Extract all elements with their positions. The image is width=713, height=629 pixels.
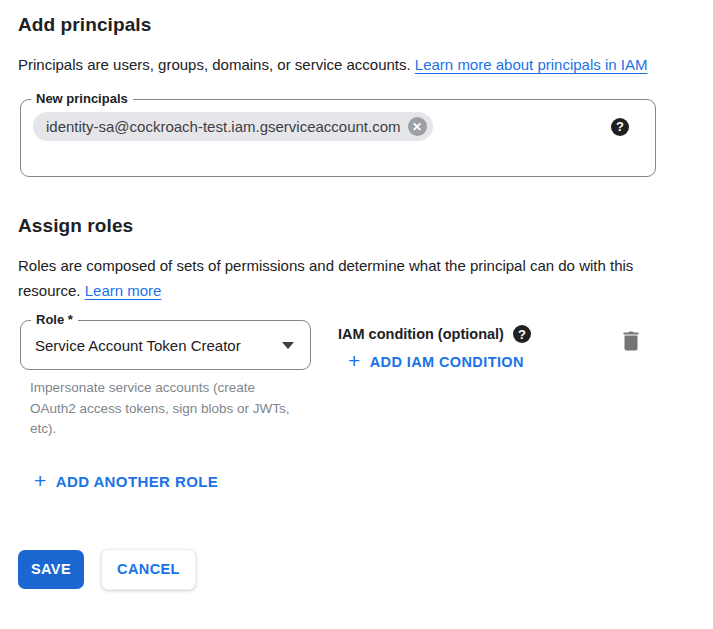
trash-icon [623, 331, 639, 351]
iam-condition-label: IAM condition (optional) [338, 326, 504, 342]
iam-condition-help-icon[interactable]: ? [513, 325, 531, 343]
role-select-label: Role * [31, 312, 78, 328]
add-another-role-label: ADD ANOTHER ROLE [56, 473, 219, 490]
role-select-value: Service Account Token Creator [35, 337, 241, 354]
learn-more-roles-link[interactable]: Learn more [85, 282, 162, 299]
roles-description: Roles are composed of sets of permission… [18, 253, 635, 303]
learn-more-principals-link[interactable]: Learn more about principals in IAM [415, 56, 648, 73]
principal-chip[interactable]: identity-sa@cockroach-test.iam.gservicea… [33, 112, 433, 141]
principals-description-text: Principals are users, groups, domains, o… [18, 56, 415, 73]
assign-roles-title: Assign roles [18, 215, 713, 237]
save-button[interactable]: SAVE [18, 550, 84, 589]
new-principals-field-row: identity-sa@cockroach-test.iam.gservicea… [33, 112, 643, 141]
add-iam-condition-button[interactable]: + ADD IAM CONDITION [348, 353, 524, 371]
cancel-button[interactable]: CANCEL [101, 549, 196, 590]
role-helper-text: Impersonate service accounts (create OAu… [30, 378, 302, 440]
role-select[interactable]: Role * Service Account Token Creator [20, 320, 311, 370]
plus-icon: + [34, 472, 47, 490]
chip-remove-icon[interactable]: ✕ [408, 117, 427, 136]
iam-condition-label-row: IAM condition (optional) ? [338, 325, 531, 343]
principal-chip-label: identity-sa@cockroach-test.iam.gservicea… [46, 118, 401, 135]
role-column: Role * Service Account Token Creator Imp… [18, 320, 311, 440]
delete-role-button[interactable] [623, 320, 639, 354]
new-principals-field[interactable]: New principals identity-sa@cockroach-tes… [20, 99, 656, 177]
plus-icon: + [348, 352, 361, 370]
chevron-down-icon [282, 342, 294, 349]
add-iam-condition-label: ADD IAM CONDITION [370, 354, 524, 370]
add-principals-panel: Add principals Principals are users, gro… [0, 0, 713, 590]
new-principals-help-icon[interactable]: ? [611, 118, 629, 136]
page-title: Add principals [18, 14, 713, 36]
principals-description: Principals are users, groups, domains, o… [18, 52, 670, 77]
new-principals-label: New principals [31, 91, 133, 107]
iam-condition-column: IAM condition (optional) ? + ADD IAM CON… [338, 320, 531, 373]
add-another-role-button[interactable]: + ADD ANOTHER ROLE [34, 473, 218, 491]
dialog-actions: SAVE CANCEL [18, 549, 713, 590]
role-row: Role * Service Account Token Creator Imp… [18, 320, 657, 440]
